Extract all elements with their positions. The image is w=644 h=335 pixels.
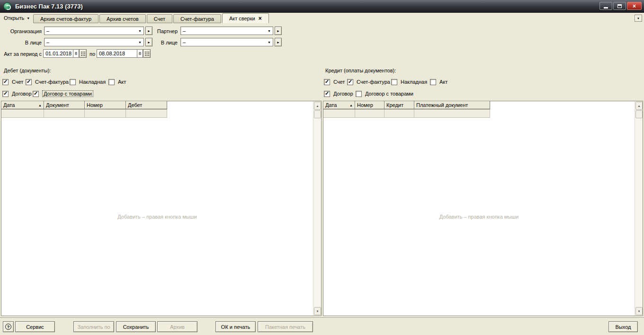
document-tabs: Архив счетов-фактур Архив счетов Счет Сч… <box>33 13 269 23</box>
arrow-right-icon: ► <box>277 41 280 44</box>
scroll-down-button[interactable]: ▼ <box>635 307 643 315</box>
checkbox-label: Накладная <box>401 79 427 85</box>
chevron-down-icon: ▼ <box>138 41 142 44</box>
empty-table-row[interactable] <box>1 109 321 118</box>
ok-and-print-button[interactable]: ОК и печать <box>215 321 256 332</box>
service-button[interactable]: Сервис <box>15 321 55 332</box>
checkbox-checked-icon: ✓ <box>33 91 39 97</box>
close-button[interactable]: × <box>627 2 642 10</box>
period-to-value[interactable]: 08.08.2018 <box>97 49 137 58</box>
partner-label: Партнер <box>154 28 178 35</box>
column-header-dokument[interactable]: Документ <box>44 101 85 109</box>
org-person-value: – <box>46 39 49 45</box>
column-header-nomer[interactable]: Номер <box>85 101 126 109</box>
column-header-debet[interactable]: Дебет <box>126 101 167 109</box>
credit-filter-akt[interactable]: Акт <box>430 79 447 85</box>
org-person-select[interactable]: – ▼ <box>44 38 144 46</box>
scroll-up-button[interactable]: ▲ <box>314 102 321 110</box>
empty-table-row[interactable] <box>323 109 643 118</box>
checkbox-checked-icon: ✓ <box>347 79 353 85</box>
restore-icon <box>617 4 622 8</box>
tab-overflow-button[interactable]: ▼ <box>635 15 642 22</box>
column-label: Номер <box>357 102 373 108</box>
archive-button: Архив <box>157 321 197 332</box>
debit-filter-akt[interactable]: Акт <box>108 79 126 85</box>
column-header-platezhny-dokument[interactable]: Платежный документ <box>414 101 490 109</box>
column-header-nomer[interactable]: Номер <box>355 101 385 109</box>
tab-schet[interactable]: Счет <box>147 14 172 23</box>
scroll-down-button[interactable]: ▼ <box>314 307 321 315</box>
debit-filter-dogovor[interactable]: ✓ Договор <box>2 90 32 97</box>
checkbox-checked-icon: ✓ <box>324 79 330 85</box>
credit-filter-nakladnaya[interactable]: Накладная <box>391 79 427 85</box>
close-icon: × <box>633 3 636 9</box>
checkbox-unchecked-icon <box>108 79 115 85</box>
tab-arhiv-schetov[interactable]: Архив счетов <box>99 14 146 23</box>
partner-person-open-button[interactable]: ► <box>275 38 282 46</box>
tab-label: Акт сверки <box>229 16 255 21</box>
partner-person-select[interactable]: – ▼ <box>180 38 273 46</box>
partner-open-button[interactable]: ► <box>275 26 282 35</box>
calendar-grid-icon[interactable] <box>79 49 87 58</box>
open-menu-button[interactable]: Открыть ▼ <box>4 14 30 22</box>
arrow-up-icon: ▲ <box>316 105 319 107</box>
window-controls: × <box>599 2 642 10</box>
column-label: Дата <box>3 102 15 108</box>
credit-filter-schet-faktura[interactable]: ✓ Счет-фактура <box>347 79 390 85</box>
date-spin-button[interactable]: 8 <box>73 49 79 58</box>
credit-table: Дата ▲ Номер Кредит Платежный документ Д… <box>323 101 643 316</box>
debit-filter-dogovor-s-tovarami[interactable]: ✓ Договор с товарами <box>33 90 93 97</box>
arrow-right-icon: ► <box>147 29 151 33</box>
checkbox-label: Счет <box>12 79 23 85</box>
org-person-open-button[interactable]: ► <box>145 38 152 46</box>
period-from-value[interactable]: 01.01.2018 <box>43 49 73 58</box>
restore-button[interactable] <box>613 2 626 10</box>
window-title: Бизнес Пак 7.13 (3773) <box>15 3 83 10</box>
date-spin-button[interactable]: 8 <box>137 49 143 58</box>
calendar-grid-icon[interactable] <box>143 49 151 58</box>
help-button[interactable]: ? <box>3 321 14 332</box>
save-button[interactable]: Сохранить <box>116 321 156 332</box>
period-from-field[interactable]: 01.01.2018 8 <box>43 49 87 58</box>
vertical-scrollbar[interactable]: ▲ ▼ <box>635 101 643 316</box>
tab-strip: Открыть ▼ Архив счетов-фактур Архив счет… <box>0 13 644 23</box>
chevron-down-icon: ▼ <box>268 29 271 33</box>
arrow-right-icon: ► <box>277 29 280 33</box>
checkbox-label: Договор <box>333 91 353 97</box>
credit-filter-dogovor[interactable]: ✓ Договор <box>324 90 353 97</box>
debit-filter-nakladnaya[interactable]: Накладная <box>70 79 106 85</box>
fill-by-button: Заполнить по <box>73 321 114 332</box>
checkbox-label: Счет-фактура <box>35 79 69 85</box>
close-tab-icon[interactable]: × <box>259 16 262 21</box>
credit-filter-schet[interactable]: ✓ Счет <box>324 79 345 85</box>
column-header-data[interactable]: Дата ▲ <box>1 101 44 109</box>
column-header-data[interactable]: Дата ▲ <box>323 101 355 109</box>
organization-open-button[interactable]: ► <box>145 26 152 35</box>
period-to-field[interactable]: 08.08.2018 8 <box>97 49 151 58</box>
checkbox-label: Договор с товарами <box>365 91 413 97</box>
arrow-up-icon: ▲ <box>638 105 641 107</box>
tab-label: Архив счетов <box>107 16 139 22</box>
vertical-scrollbar[interactable]: ▲ ▼ <box>313 101 321 316</box>
debit-filter-schet-faktura[interactable]: ✓ Счет-фактура <box>26 79 69 85</box>
checkbox-unchecked-icon <box>391 79 397 85</box>
sort-asc-icon: ▲ <box>349 104 353 107</box>
credit-filter-dogovor-s-tovarami[interactable]: Договор с товарами <box>356 90 413 97</box>
scroll-up-button[interactable]: ▲ <box>635 102 643 110</box>
minimize-button[interactable] <box>599 2 612 10</box>
tab-arhiv-schetov-faktur[interactable]: Архив счетов-фактур <box>33 14 98 23</box>
tab-akt-sverki[interactable]: Акт сверки × <box>222 13 269 23</box>
debit-filter-schet[interactable]: ✓ Счет <box>2 79 23 85</box>
scrollbar-thumb[interactable] <box>635 110 643 118</box>
partner-value: – <box>183 28 186 34</box>
column-label: Дебет <box>128 102 142 108</box>
organization-select[interactable]: – ▼ <box>44 26 144 35</box>
partner-select[interactable]: – ▼ <box>180 26 273 35</box>
credit-table-header: Дата ▲ Номер Кредит Платежный документ <box>323 101 643 109</box>
tab-schet-faktura[interactable]: Счет-фактура <box>173 14 221 23</box>
scrollbar-thumb[interactable] <box>314 110 321 118</box>
column-header-kredit[interactable]: Кредит <box>385 101 414 109</box>
chevron-down-icon: ▼ <box>268 41 271 44</box>
checkbox-label: Акт <box>439 79 447 85</box>
exit-button[interactable]: Выход <box>608 321 638 332</box>
